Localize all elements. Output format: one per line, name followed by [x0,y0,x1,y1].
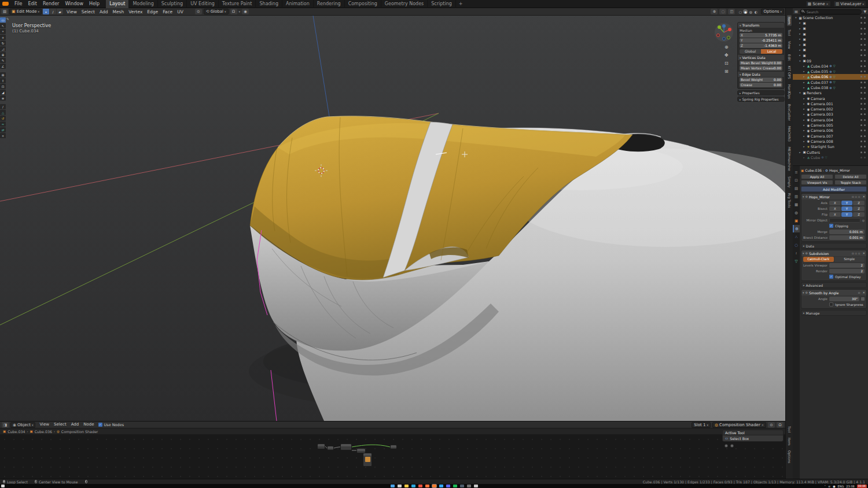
n-panel-tab-tool[interactable]: Tool [787,28,792,38]
n-panel-tab-view[interactable]: View [787,39,792,51]
edit-mode-display-icon[interactable]: ▫ [852,195,854,198]
menu-window[interactable]: Window [62,0,86,8]
mirror-bisect-z-button[interactable]: Z [853,206,865,211]
close-icon[interactable]: ✕ [862,291,865,294]
workspace-tab-layout[interactable]: Layout [106,0,129,8]
recording-badge[interactable]: 00:08 [857,485,867,488]
disable-render-toggle[interactable] [864,130,866,131]
hide-viewport-toggle[interactable] [860,33,862,35]
gizmo-y-axis[interactable] [718,25,721,29]
navigation-gizmo[interactable] [714,23,734,42]
properties-tab-view-layer[interactable]: ▥ [793,193,800,200]
taskbar-app-blender[interactable] [432,485,436,487]
hide-viewport-toggle[interactable] [860,22,862,24]
outliner-row-09[interactable]: ▾▣09 [793,58,868,63]
n-panel-tab-machin3[interactable]: MACHIN3 [787,124,792,143]
breadcrumb-modifier[interactable]: Hops_Mirror [829,168,850,172]
hide-viewport-toggle[interactable] [860,28,862,29]
outliner-row-camera-003[interactable]: ▸◉Camera.003 [793,112,868,117]
n-panel-tab-edit[interactable]: Edit [787,53,792,62]
realtime-display-icon[interactable]: ▫ [858,291,860,294]
properties-tab-physics[interactable]: ◌ [793,241,800,249]
node-side-tab-options[interactable]: Options [787,449,792,465]
taskbar-app-obs[interactable] [467,485,471,487]
menu-help[interactable]: Help [86,0,102,8]
outliner-row[interactable]: ▸▣ [793,47,868,53]
disable-render-toggle[interactable] [864,157,866,158]
tool-annotate[interactable]: ✎ [0,58,6,63]
options-dropdown[interactable]: Options ▾ [761,9,784,14]
outliner-row-camera-002[interactable]: ▸◉Camera.002 [793,106,868,112]
median-y-field[interactable]: Y-0.25411 m [740,38,782,43]
disable-render-toggle[interactable] [864,124,866,126]
simple-button[interactable]: Simple [834,257,865,262]
realtime-display-icon[interactable]: ▫ [855,195,857,198]
outliner-row-cube-035[interactable]: ▸▲Cube.035⚙▽ [793,69,868,74]
n-panel-tab-rig-tools[interactable]: Rig Tools [787,191,792,209]
median-x-field[interactable]: X5.7735 m [740,33,782,38]
outliner-row[interactable]: ▸▣ [793,20,868,25]
taskbar-app-explorer[interactable] [404,485,409,487]
spring-rig-panel-collapsed[interactable]: ▸ Spring Rig Properties [737,97,785,102]
viewport-menu-vertex[interactable]: Vertex [126,8,145,16]
render-display-icon[interactable]: ▫ [858,195,860,198]
disable-render-toggle[interactable] [864,76,866,77]
delete-all-button[interactable]: Delete All [834,174,867,179]
taskbar-app-firefox[interactable] [425,485,429,487]
hide-viewport-toggle[interactable] [860,82,862,83]
disable-render-toggle[interactable] [864,22,866,24]
levels-viewport-field[interactable]: 2 [829,263,865,268]
local-button[interactable]: Local [761,49,782,54]
median-z-field[interactable]: Z-1.4363 m [740,43,782,48]
tool-extrude[interactable]: ⇧ [0,78,6,83]
taskbar-app-spotify[interactable] [453,485,457,487]
view-layer-selector[interactable]: ▥ ViewLayer ▾ [833,1,866,7]
shader-node[interactable] [363,453,372,467]
volume-icon[interactable]: ● [833,485,835,488]
hide-viewport-toggle[interactable] [860,60,862,62]
slot-preview-icon[interactable] [730,444,734,448]
outliner-row-cutters[interactable]: ▸▣Cutters [793,149,868,154]
hide-viewport-toggle[interactable] [860,54,862,56]
xray-toggle-icon[interactable]: ◫ [728,9,735,14]
snap-magnet-icon[interactable]: Ω [230,9,237,14]
taskbar-app-search[interactable] [398,485,402,487]
disable-render-toggle[interactable] [864,49,866,51]
outliner-row[interactable]: ▸▣ [793,26,868,31]
viewport-3d[interactable]: ▧ ✎ ▭↖⌖+↻◿⊕✎∠⊞⇧⊡◢≡∕△↺≈⇄× User Perspectiv… [0,16,785,421]
tool-transform[interactable]: ⊕ [0,52,6,57]
properties-tab-world[interactable]: ◍ [793,209,800,216]
hide-viewport-toggle[interactable] [860,141,862,142]
clock[interactable]: 23:08 [846,485,854,488]
edge-data-header[interactable]: ▾ Edge Data [738,72,784,77]
viewport-menu-view[interactable]: View [64,8,79,16]
optimal-display-checkbox[interactable]: ✓ [829,275,833,279]
properties-tab-render[interactable]: ⊡ [793,176,800,184]
toggle-stack-button[interactable]: Toggle Stack [834,180,867,185]
hide-viewport-toggle[interactable] [860,146,862,147]
outliner-row-cube-036[interactable]: ▸▲Cube.036⚙▽ [793,74,868,79]
outliner-row-cube-038[interactable]: ▸▲Cube.038⚙▽ [793,85,868,90]
viewport-menu-edge[interactable]: Edge [145,8,160,16]
node-side-tab-tool[interactable]: Tool [787,424,792,434]
rendered-shading-button[interactable]: ◐ [753,9,758,14]
hide-viewport-toggle[interactable] [860,157,862,158]
disable-render-toggle[interactable] [864,44,866,46]
add-modifier-button[interactable]: Add Modifier [801,186,867,192]
outliner-row-camera[interactable]: ▸◉Camera [793,95,868,101]
bisect-distance-field[interactable]: 0.001 m [829,235,865,240]
disable-render-toggle[interactable] [864,87,866,88]
hide-viewport-toggle[interactable] [860,38,862,40]
hide-viewport-toggle[interactable] [860,119,862,121]
workspace-tab-compositing[interactable]: Compositing [345,0,381,8]
n-panel-tab-boxcutter[interactable]: BoxCutter [787,102,792,123]
editor-type-icon[interactable]: ▤ [1,9,8,14]
mirror-flip-z-button[interactable]: Z [853,212,865,217]
taskbar-app-edge[interactable] [411,485,415,487]
breadcrumb-object[interactable]: Cube.036 [805,168,822,172]
viewport-menu-uv[interactable]: UV [175,8,186,16]
tool-tweak[interactable]: ↖ [0,23,6,28]
blender-logo-icon[interactable] [2,2,9,6]
camera-view-icon[interactable]: ⊡ [724,61,729,66]
outliner-row-camera-004[interactable]: ▸◉Camera.004 [793,117,868,123]
